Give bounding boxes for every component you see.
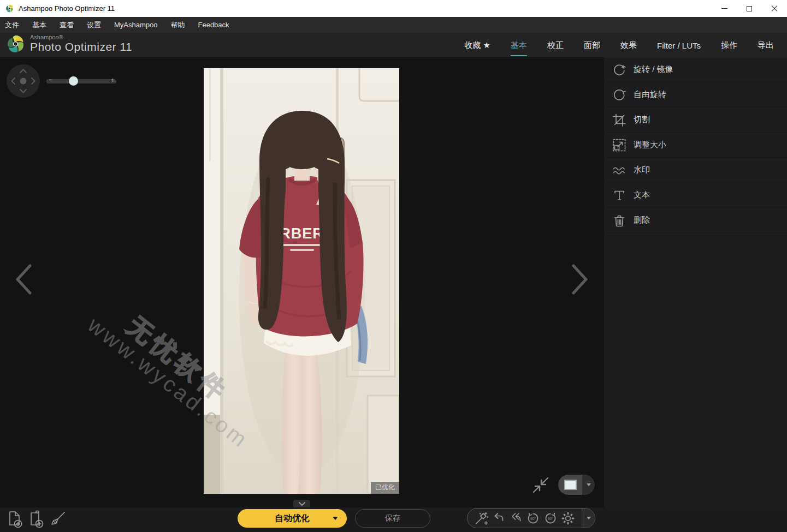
- tab-favorites[interactable]: 收藏 ★: [464, 34, 490, 56]
- crop-icon: [612, 113, 626, 127]
- sidebar-item-label: 切割: [634, 115, 650, 125]
- broom-icon: [49, 510, 67, 529]
- photo-viewport[interactable]: RRBERL: [204, 68, 399, 494]
- fit-to-screen-button[interactable]: [531, 475, 550, 494]
- menu-feedback[interactable]: Feedback: [191, 17, 235, 33]
- file-tools: [7, 510, 67, 529]
- brand: Ashampoo® Photo Optimizer 11: [5, 34, 132, 53]
- sidebar-item-label: 调整大小: [634, 140, 666, 150]
- undo-all-button[interactable]: [509, 511, 523, 525]
- zoom-slider[interactable]: − +: [46, 77, 116, 85]
- menu-basic[interactable]: 基本: [26, 17, 53, 33]
- svg-text:90°: 90°: [530, 516, 536, 520]
- sidebar-item-rotate-mirror[interactable]: 旋转 / 镜像: [604, 57, 787, 82]
- background-dropdown-button[interactable]: [582, 475, 595, 495]
- tab-actions[interactable]: 操作: [721, 34, 737, 56]
- magic-wand-button[interactable]: [474, 511, 488, 525]
- previous-image-button[interactable]: [12, 262, 34, 296]
- next-image-button[interactable]: [570, 262, 591, 296]
- pan-control[interactable]: [7, 64, 40, 98]
- chevron-right-icon: [573, 266, 586, 293]
- svg-text:90°: 90°: [548, 516, 553, 520]
- minimize-icon: [721, 8, 727, 9]
- filmstrip-toggle[interactable]: [293, 500, 310, 507]
- quick-tools-group: 90° 90°: [467, 508, 595, 528]
- maximize-icon: [747, 6, 752, 11]
- image-canvas: − +: [0, 57, 604, 507]
- tab-face[interactable]: 面部: [584, 34, 600, 56]
- menu-settings[interactable]: 设置: [80, 17, 108, 33]
- close-button[interactable]: [762, 0, 787, 17]
- sidebar-item-label: 删除: [634, 215, 650, 225]
- auto-optimize-button[interactable]: 自动优化: [238, 509, 347, 528]
- chevron-down-icon: [587, 483, 591, 486]
- sidebar-item-watermark[interactable]: 水印: [604, 158, 787, 183]
- sidebar-item-free-rotate[interactable]: 自由旋转: [604, 82, 787, 107]
- bottom-bar: 自动优化 保存 90°: [0, 507, 787, 532]
- close-icon: [771, 5, 778, 12]
- header-tabs: 收藏 ★ 基本 校正 面部 效果 Filter / LUTs 操作 导出: [464, 33, 774, 57]
- pan-control-icon: [7, 64, 40, 98]
- tab-correction[interactable]: 校正: [547, 34, 564, 56]
- add-file-icon: [7, 510, 24, 529]
- zoom-in-icon[interactable]: +: [110, 76, 115, 84]
- menu-myashampoo[interactable]: MyAshampoo: [108, 17, 164, 33]
- app-logo-icon: [5, 4, 14, 13]
- chevron-down-icon: [298, 501, 306, 506]
- auto-optimize-label: 自动优化: [275, 513, 310, 524]
- sidebar-item-label: 旋转 / 镜像: [634, 64, 673, 75]
- zoom-out-icon[interactable]: −: [49, 76, 53, 84]
- sidebar-item-label: 自由旋转: [634, 89, 666, 100]
- tab-basic[interactable]: 基本: [511, 34, 527, 56]
- resize-icon: [612, 138, 626, 152]
- sidebar-item-delete[interactable]: 删除: [604, 208, 787, 233]
- rotate-left-90-button[interactable]: 90°: [526, 511, 540, 525]
- zoom-slider-thumb[interactable]: [69, 76, 78, 86]
- sidebar-item-crop[interactable]: 切割: [604, 107, 787, 133]
- watermark-icon: [612, 163, 626, 177]
- tools-sidebar: 旋转 / 镜像 自由旋转 切割 调整大小 水印: [604, 57, 787, 507]
- rotate-mirror-icon: [612, 63, 626, 77]
- add-file-button[interactable]: [7, 510, 24, 529]
- tab-effects[interactable]: 效果: [620, 34, 637, 56]
- title-bar: Ashampoo Photo Optimizer 11: [0, 0, 787, 17]
- settings-button[interactable]: [561, 511, 575, 525]
- collapse-arrows-icon: [531, 475, 550, 494]
- maximize-button[interactable]: [737, 0, 762, 17]
- menu-help[interactable]: 帮助: [164, 17, 191, 33]
- clean-list-button[interactable]: [49, 510, 67, 529]
- add-files-icon: [28, 510, 45, 529]
- chevron-down-icon: [333, 517, 338, 520]
- save-button[interactable]: 保存: [355, 509, 430, 528]
- undo-button[interactable]: [492, 511, 506, 525]
- chevron-down-icon: [587, 517, 591, 519]
- sidebar-item-resize[interactable]: 调整大小: [604, 133, 787, 158]
- sidebar-item-text[interactable]: 文本: [604, 183, 787, 208]
- text-icon: [612, 188, 626, 202]
- window-title: Ashampoo Photo Optimizer 11: [19, 4, 115, 13]
- tab-export[interactable]: 导出: [758, 34, 774, 56]
- delete-icon: [612, 213, 626, 228]
- brand-logo-icon: [5, 34, 25, 53]
- menu-file[interactable]: 文件: [0, 17, 26, 33]
- free-rotate-icon: [612, 88, 626, 102]
- chevron-left-icon: [17, 266, 30, 293]
- minimize-button[interactable]: [712, 0, 737, 17]
- zoom-slider-track[interactable]: [46, 79, 116, 83]
- tab-filter-luts[interactable]: Filter / LUTs: [657, 35, 701, 56]
- header: Ashampoo® Photo Optimizer 11 收藏 ★ 基本 校正 …: [0, 33, 787, 57]
- background-swatch-button[interactable]: [558, 475, 582, 495]
- add-files-button[interactable]: [28, 510, 45, 529]
- sidebar-item-label: 水印: [634, 165, 650, 175]
- background-view-toggle[interactable]: [558, 475, 595, 495]
- optimized-badge: 已优化: [371, 482, 399, 494]
- background-swatch-icon: [564, 480, 577, 490]
- quick-tools-dropdown[interactable]: [582, 509, 595, 528]
- photo-image: RRBERL: [204, 68, 399, 494]
- sidebar-item-label: 文本: [634, 190, 650, 200]
- menu-bar: 文件 基本 查看 设置 MyAshampoo 帮助 Feedback: [0, 17, 787, 33]
- menu-view[interactable]: 查看: [53, 17, 80, 33]
- brand-name-large: Photo Optimizer 11: [30, 41, 132, 53]
- rotate-right-90-button[interactable]: 90°: [543, 511, 558, 525]
